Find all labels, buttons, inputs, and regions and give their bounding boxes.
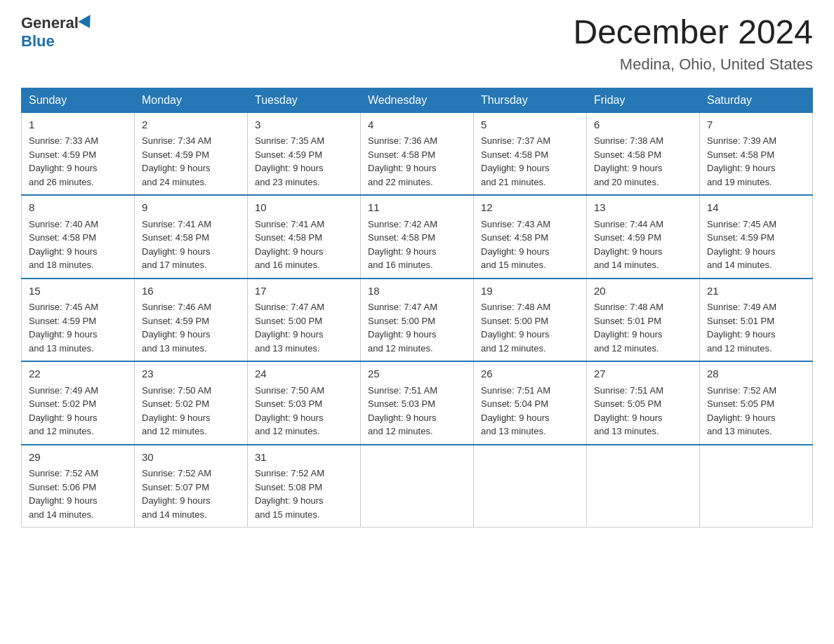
calendar-cell [361, 445, 474, 528]
calendar-cell: 5Sunrise: 7:37 AMSunset: 4:58 PMDaylight… [474, 112, 587, 195]
calendar-cell: 10Sunrise: 7:41 AMSunset: 4:58 PMDayligh… [248, 195, 361, 279]
calendar-week-row: 15Sunrise: 7:45 AMSunset: 4:59 PMDayligh… [22, 279, 813, 362]
logo-triangle-icon [78, 15, 95, 32]
day-number: 19 [481, 283, 579, 300]
day-number: 23 [142, 366, 240, 382]
title-area: December 2024 Medina, Ohio, United State… [573, 14, 813, 74]
day-number: 9 [142, 200, 240, 216]
calendar-cell: 4Sunrise: 7:36 AMSunset: 4:58 PMDaylight… [361, 112, 474, 195]
day-number: 3 [255, 117, 353, 133]
day-of-week-header: Wednesday [361, 88, 474, 112]
day-number: 25 [368, 366, 466, 382]
location-title: Medina, Ohio, United States [573, 55, 813, 74]
calendar-cell: 15Sunrise: 7:45 AMSunset: 4:59 PMDayligh… [22, 279, 135, 362]
day-number: 6 [594, 117, 692, 133]
day-number: 2 [142, 117, 240, 133]
calendar-cell: 24Sunrise: 7:50 AMSunset: 5:03 PMDayligh… [248, 361, 361, 445]
day-number: 26 [481, 366, 579, 382]
day-number: 8 [29, 200, 127, 216]
calendar-cell: 22Sunrise: 7:49 AMSunset: 5:02 PMDayligh… [22, 361, 135, 445]
calendar-cell: 11Sunrise: 7:42 AMSunset: 4:58 PMDayligh… [361, 195, 474, 279]
day-number: 21 [707, 283, 805, 300]
calendar-cell: 1Sunrise: 7:33 AMSunset: 4:59 PMDaylight… [22, 112, 135, 195]
calendar-cell: 26Sunrise: 7:51 AMSunset: 5:04 PMDayligh… [474, 361, 587, 445]
calendar-cell: 8Sunrise: 7:40 AMSunset: 4:58 PMDaylight… [22, 195, 135, 279]
calendar-cell: 25Sunrise: 7:51 AMSunset: 5:03 PMDayligh… [361, 361, 474, 445]
day-of-week-header: Tuesday [248, 88, 361, 112]
day-number: 1 [29, 117, 127, 133]
logo: General Blue [21, 14, 94, 51]
day-number: 18 [368, 283, 466, 300]
day-number: 10 [255, 200, 353, 216]
calendar-cell: 28Sunrise: 7:52 AMSunset: 5:05 PMDayligh… [700, 361, 813, 445]
calendar-cell: 29Sunrise: 7:52 AMSunset: 5:06 PMDayligh… [22, 445, 135, 528]
calendar-cell: 9Sunrise: 7:41 AMSunset: 4:58 PMDaylight… [135, 195, 248, 279]
calendar-cell: 31Sunrise: 7:52 AMSunset: 5:08 PMDayligh… [248, 445, 361, 528]
calendar-cell: 23Sunrise: 7:50 AMSunset: 5:02 PMDayligh… [135, 361, 248, 445]
calendar-cell [700, 445, 813, 528]
day-number: 12 [481, 200, 579, 216]
day-number: 31 [255, 450, 353, 466]
calendar-week-row: 22Sunrise: 7:49 AMSunset: 5:02 PMDayligh… [22, 361, 813, 445]
day-of-week-header: Friday [587, 88, 700, 112]
calendar-cell [474, 445, 587, 528]
day-number: 11 [368, 200, 466, 216]
day-number: 24 [255, 366, 353, 382]
day-of-week-header: Sunday [22, 88, 135, 112]
calendar-cell: 13Sunrise: 7:44 AMSunset: 4:59 PMDayligh… [587, 195, 700, 279]
calendar-cell: 21Sunrise: 7:49 AMSunset: 5:01 PMDayligh… [700, 279, 813, 362]
calendar-cell: 14Sunrise: 7:45 AMSunset: 4:59 PMDayligh… [700, 195, 813, 279]
day-number: 4 [368, 117, 466, 133]
day-number: 14 [707, 200, 805, 216]
calendar-cell: 30Sunrise: 7:52 AMSunset: 5:07 PMDayligh… [135, 445, 248, 528]
day-of-week-header: Monday [135, 88, 248, 112]
day-number: 27 [594, 366, 692, 382]
calendar-header-row: SundayMondayTuesdayWednesdayThursdayFrid… [22, 88, 813, 112]
day-number: 16 [142, 283, 240, 300]
month-title: December 2024 [573, 14, 813, 51]
calendar-cell: 20Sunrise: 7:48 AMSunset: 5:01 PMDayligh… [587, 279, 700, 362]
calendar-cell [587, 445, 700, 528]
calendar-cell: 27Sunrise: 7:51 AMSunset: 5:05 PMDayligh… [587, 361, 700, 445]
calendar-week-row: 8Sunrise: 7:40 AMSunset: 4:58 PMDaylight… [22, 195, 813, 279]
calendar-cell: 19Sunrise: 7:48 AMSunset: 5:00 PMDayligh… [474, 279, 587, 362]
logo-general-text: General [21, 14, 79, 32]
calendar-cell: 17Sunrise: 7:47 AMSunset: 5:00 PMDayligh… [248, 279, 361, 362]
calendar-cell: 7Sunrise: 7:39 AMSunset: 4:58 PMDaylight… [700, 112, 813, 195]
calendar-cell: 12Sunrise: 7:43 AMSunset: 4:58 PMDayligh… [474, 195, 587, 279]
day-number: 29 [29, 450, 127, 466]
calendar-cell: 2Sunrise: 7:34 AMSunset: 4:59 PMDaylight… [135, 112, 248, 195]
logo-blue-text: Blue [21, 32, 55, 51]
calendar-week-row: 1Sunrise: 7:33 AMSunset: 4:59 PMDaylight… [22, 112, 813, 195]
day-of-week-header: Saturday [700, 88, 813, 112]
day-number: 13 [594, 200, 692, 216]
calendar-cell: 18Sunrise: 7:47 AMSunset: 5:00 PMDayligh… [361, 279, 474, 362]
day-number: 7 [707, 117, 805, 133]
calendar-cell: 6Sunrise: 7:38 AMSunset: 4:58 PMDaylight… [587, 112, 700, 195]
day-number: 22 [29, 366, 127, 382]
calendar-table: SundayMondayTuesdayWednesdayThursdayFrid… [21, 88, 813, 528]
day-number: 30 [142, 450, 240, 466]
day-of-week-header: Thursday [474, 88, 587, 112]
calendar-cell: 3Sunrise: 7:35 AMSunset: 4:59 PMDaylight… [248, 112, 361, 195]
day-number: 5 [481, 117, 579, 133]
day-number: 20 [594, 283, 692, 300]
day-number: 17 [255, 283, 353, 300]
page-header: General Blue December 2024 Medina, Ohio,… [21, 14, 813, 74]
day-number: 28 [707, 366, 805, 382]
day-number: 15 [29, 283, 127, 300]
calendar-cell: 16Sunrise: 7:46 AMSunset: 4:59 PMDayligh… [135, 279, 248, 362]
calendar-week-row: 29Sunrise: 7:52 AMSunset: 5:06 PMDayligh… [22, 445, 813, 528]
